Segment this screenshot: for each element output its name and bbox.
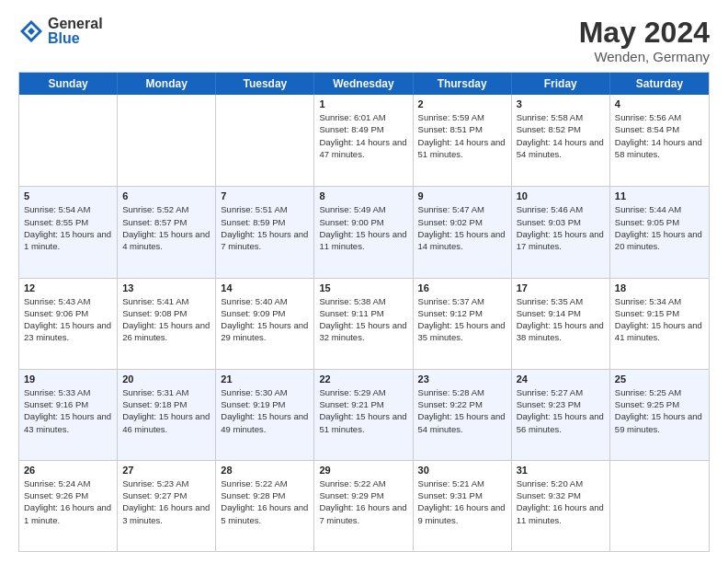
day-info: Sunrise: 5:33 AM Sunset: 9:16 PM Dayligh… xyxy=(24,386,112,435)
cal-cell-2-4: 16Sunrise: 5:37 AM Sunset: 9:12 PM Dayli… xyxy=(414,279,512,369)
cal-cell-4-5: 31Sunrise: 5:20 AM Sunset: 9:32 PM Dayli… xyxy=(512,461,610,551)
day-number: 5 xyxy=(24,190,112,201)
logo-text: General Blue xyxy=(48,17,103,46)
cal-cell-1-5: 10Sunrise: 5:46 AM Sunset: 9:03 PM Dayli… xyxy=(512,187,610,277)
day-number: 25 xyxy=(615,373,704,385)
day-info: Sunrise: 5:44 AM Sunset: 9:05 PM Dayligh… xyxy=(615,203,704,252)
logo: General Blue xyxy=(18,17,103,46)
day-number: 30 xyxy=(418,465,506,476)
day-info: Sunrise: 5:25 AM Sunset: 9:25 PM Dayligh… xyxy=(615,386,704,435)
title-block: May 2024 Wenden, Germany xyxy=(579,17,710,64)
day-number: 23 xyxy=(418,373,506,385)
cal-cell-3-0: 19Sunrise: 5:33 AM Sunset: 9:16 PM Dayli… xyxy=(19,370,118,460)
day-number: 7 xyxy=(221,190,309,201)
logo-blue-text: Blue xyxy=(48,31,103,46)
day-number: 2 xyxy=(418,98,506,109)
header: General Blue May 2024 Wenden, Germany xyxy=(18,17,710,64)
day-info: Sunrise: 5:20 AM Sunset: 9:32 PM Dayligh… xyxy=(517,477,605,526)
cal-cell-0-0 xyxy=(19,95,118,186)
day-number: 15 xyxy=(319,282,407,293)
cal-cell-0-6: 4Sunrise: 5:56 AM Sunset: 8:54 PM Daylig… xyxy=(610,95,709,186)
day-number: 17 xyxy=(517,282,605,293)
day-number: 10 xyxy=(517,190,605,201)
cal-cell-3-2: 21Sunrise: 5:30 AM Sunset: 9:19 PM Dayli… xyxy=(216,370,314,460)
day-number: 29 xyxy=(319,465,407,476)
day-info: Sunrise: 5:37 AM Sunset: 9:12 PM Dayligh… xyxy=(418,295,506,344)
calendar: Sunday Monday Tuesday Wednesday Thursday… xyxy=(18,72,710,552)
cal-cell-2-2: 14Sunrise: 5:40 AM Sunset: 9:09 PM Dayli… xyxy=(216,279,314,369)
day-number: 11 xyxy=(615,190,704,201)
day-number: 27 xyxy=(122,465,210,476)
header-friday: Friday xyxy=(512,73,610,95)
calendar-body: 1Sunrise: 6:01 AM Sunset: 8:49 PM Daylig… xyxy=(19,95,709,551)
day-number: 31 xyxy=(517,465,605,476)
day-number: 12 xyxy=(24,282,112,293)
cal-cell-3-4: 23Sunrise: 5:28 AM Sunset: 9:22 PM Dayli… xyxy=(414,370,512,460)
header-saturday: Saturday xyxy=(610,73,709,95)
cal-cell-0-4: 2Sunrise: 5:59 AM Sunset: 8:51 PM Daylig… xyxy=(414,95,512,186)
day-number: 3 xyxy=(517,98,605,109)
cal-row-4: 26Sunrise: 5:24 AM Sunset: 9:26 PM Dayli… xyxy=(19,460,709,551)
header-sunday: Sunday xyxy=(19,73,118,95)
day-info: Sunrise: 5:59 AM Sunset: 8:51 PM Dayligh… xyxy=(418,111,506,160)
cal-cell-2-1: 13Sunrise: 5:41 AM Sunset: 9:08 PM Dayli… xyxy=(118,279,216,369)
day-info: Sunrise: 5:31 AM Sunset: 9:18 PM Dayligh… xyxy=(122,386,210,435)
day-info: Sunrise: 5:58 AM Sunset: 8:52 PM Dayligh… xyxy=(517,111,605,160)
logo-general-text: General xyxy=(48,17,103,31)
cal-cell-0-3: 1Sunrise: 6:01 AM Sunset: 8:49 PM Daylig… xyxy=(314,95,413,186)
day-number: 18 xyxy=(615,282,704,293)
title-location: Wenden, Germany xyxy=(579,49,710,64)
day-number: 9 xyxy=(418,190,506,201)
day-info: Sunrise: 5:51 AM Sunset: 8:59 PM Dayligh… xyxy=(221,203,309,252)
day-info: Sunrise: 5:40 AM Sunset: 9:09 PM Dayligh… xyxy=(221,295,309,344)
calendar-header: Sunday Monday Tuesday Wednesday Thursday… xyxy=(19,73,709,95)
cal-row-0: 1Sunrise: 6:01 AM Sunset: 8:49 PM Daylig… xyxy=(19,95,709,186)
title-month: May 2024 xyxy=(579,17,710,49)
cal-cell-4-3: 29Sunrise: 5:22 AM Sunset: 9:29 PM Dayli… xyxy=(314,461,413,551)
day-info: Sunrise: 5:22 AM Sunset: 9:29 PM Dayligh… xyxy=(319,477,407,526)
day-info: Sunrise: 5:52 AM Sunset: 8:57 PM Dayligh… xyxy=(122,203,210,252)
day-number: 19 xyxy=(24,373,112,385)
day-info: Sunrise: 5:47 AM Sunset: 9:02 PM Dayligh… xyxy=(418,203,506,252)
cal-row-1: 5Sunrise: 5:54 AM Sunset: 8:55 PM Daylig… xyxy=(19,186,709,277)
day-info: Sunrise: 5:23 AM Sunset: 9:27 PM Dayligh… xyxy=(122,477,210,526)
header-monday: Monday xyxy=(118,73,216,95)
header-tuesday: Tuesday xyxy=(216,73,314,95)
day-number: 21 xyxy=(221,373,309,385)
cal-cell-4-2: 28Sunrise: 5:22 AM Sunset: 9:28 PM Dayli… xyxy=(216,461,314,551)
cal-cell-3-5: 24Sunrise: 5:27 AM Sunset: 9:23 PM Dayli… xyxy=(512,370,610,460)
cal-cell-4-4: 30Sunrise: 5:21 AM Sunset: 9:31 PM Dayli… xyxy=(414,461,512,551)
day-info: Sunrise: 5:34 AM Sunset: 9:15 PM Dayligh… xyxy=(615,295,704,344)
day-info: Sunrise: 5:43 AM Sunset: 9:06 PM Dayligh… xyxy=(24,295,112,344)
day-number: 28 xyxy=(221,465,309,476)
day-info: Sunrise: 5:46 AM Sunset: 9:03 PM Dayligh… xyxy=(517,203,605,252)
cal-cell-2-3: 15Sunrise: 5:38 AM Sunset: 9:11 PM Dayli… xyxy=(314,279,413,369)
cal-cell-3-1: 20Sunrise: 5:31 AM Sunset: 9:18 PM Dayli… xyxy=(118,370,216,460)
cal-cell-1-2: 7Sunrise: 5:51 AM Sunset: 8:59 PM Daylig… xyxy=(216,187,314,277)
cal-cell-4-1: 27Sunrise: 5:23 AM Sunset: 9:27 PM Dayli… xyxy=(118,461,216,551)
day-info: Sunrise: 5:24 AM Sunset: 9:26 PM Dayligh… xyxy=(24,477,112,526)
cal-cell-2-6: 18Sunrise: 5:34 AM Sunset: 9:15 PM Dayli… xyxy=(610,279,709,369)
cal-cell-1-4: 9Sunrise: 5:47 AM Sunset: 9:02 PM Daylig… xyxy=(414,187,512,277)
cal-cell-2-5: 17Sunrise: 5:35 AM Sunset: 9:14 PM Dayli… xyxy=(512,279,610,369)
day-info: Sunrise: 6:01 AM Sunset: 8:49 PM Dayligh… xyxy=(319,111,407,160)
cal-cell-0-2 xyxy=(216,95,314,186)
day-number: 16 xyxy=(418,282,506,293)
cal-cell-3-6: 25Sunrise: 5:25 AM Sunset: 9:25 PM Dayli… xyxy=(610,370,709,460)
cal-cell-4-6 xyxy=(610,461,709,551)
cal-cell-1-3: 8Sunrise: 5:49 AM Sunset: 9:00 PM Daylig… xyxy=(314,187,413,277)
cal-cell-1-0: 5Sunrise: 5:54 AM Sunset: 8:55 PM Daylig… xyxy=(19,187,118,277)
header-wednesday: Wednesday xyxy=(314,73,413,95)
day-info: Sunrise: 5:56 AM Sunset: 8:54 PM Dayligh… xyxy=(615,111,704,160)
day-number: 26 xyxy=(24,465,112,476)
day-info: Sunrise: 5:21 AM Sunset: 9:31 PM Dayligh… xyxy=(418,477,506,526)
day-info: Sunrise: 5:54 AM Sunset: 8:55 PM Dayligh… xyxy=(24,203,112,252)
day-info: Sunrise: 5:35 AM Sunset: 9:14 PM Dayligh… xyxy=(517,295,605,344)
day-number: 6 xyxy=(122,190,210,201)
day-info: Sunrise: 5:30 AM Sunset: 9:19 PM Dayligh… xyxy=(221,386,309,435)
day-info: Sunrise: 5:22 AM Sunset: 9:28 PM Dayligh… xyxy=(221,477,309,526)
cal-cell-0-5: 3Sunrise: 5:58 AM Sunset: 8:52 PM Daylig… xyxy=(512,95,610,186)
cal-row-3: 19Sunrise: 5:33 AM Sunset: 9:16 PM Dayli… xyxy=(19,369,709,460)
day-number: 20 xyxy=(122,373,210,385)
cal-cell-1-6: 11Sunrise: 5:44 AM Sunset: 9:05 PM Dayli… xyxy=(610,187,709,277)
